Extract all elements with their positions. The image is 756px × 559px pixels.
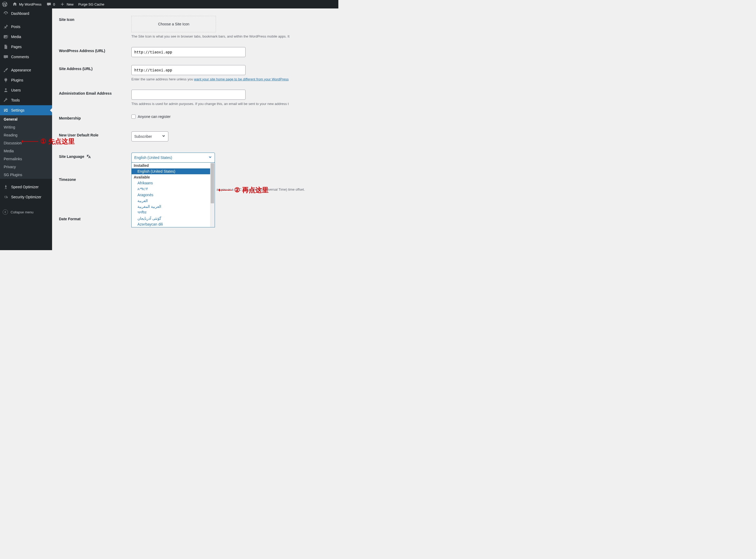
settings-general-form: Site Icon Choose a Site Icon The Site Ic… (52, 8, 338, 250)
dropdown-scrollbar-thumb[interactable] (211, 163, 214, 203)
menu-plugins[interactable]: Plugins (0, 75, 52, 85)
new-label: New (67, 2, 73, 6)
lang-group-available: Available (132, 174, 215, 180)
membership-label: Membership (59, 114, 131, 120)
date-format-label: Date Format (59, 215, 131, 221)
annotation-2: ② 再点这里 (220, 186, 269, 194)
dropdown-scrollbar-track[interactable] (210, 163, 215, 227)
menu-appearance[interactable]: Appearance (0, 65, 52, 75)
page-icon (3, 44, 8, 49)
comment-icon (3, 54, 8, 60)
site-icon-description: The Site Icon is what you see in browser… (131, 34, 331, 39)
menu-security-optimizer[interactable]: Security Optimizer (0, 192, 52, 202)
anyone-can-register-checkbox[interactable] (131, 114, 136, 119)
lang-option[interactable]: አማርኛ (132, 186, 215, 192)
admin-email-label: Administration Email Address (59, 90, 131, 95)
submenu-sg-plugins[interactable]: SG Plugins (0, 171, 52, 179)
menu-label: Speed Optimizer (11, 185, 39, 189)
lang-option[interactable]: Afrikaans (132, 180, 215, 186)
annotation-1-text: 先点这里 (48, 137, 75, 146)
menu-label: Comments (11, 55, 29, 59)
svg-point-0 (5, 88, 7, 90)
submenu-permalinks[interactable]: Permalinks (0, 155, 52, 163)
admin-email-description: This address is used for admin purposes.… (131, 101, 331, 107)
collapse-icon (3, 209, 8, 215)
anyone-can-register-label: Anyone can register (138, 114, 171, 119)
lang-option[interactable]: অসমীয়া (132, 209, 215, 216)
menu-label: Tools (11, 98, 20, 102)
comments-count: 0 (53, 2, 55, 6)
lang-group-installed: Installed (132, 163, 215, 169)
menu-posts[interactable]: Posts (0, 22, 52, 32)
menu-label: Settings (11, 108, 25, 112)
wp-url-label: WordPress Address (URL) (59, 47, 131, 53)
sliders-icon (3, 108, 8, 113)
site-name-text: My WordPress (19, 2, 42, 6)
dashboard-icon (3, 11, 8, 16)
menu-comments[interactable]: Comments (0, 52, 52, 62)
menu-pages[interactable]: Pages (0, 42, 52, 52)
plus-icon (60, 2, 65, 7)
lang-option[interactable]: Aragonés (132, 192, 215, 198)
menu-label: Plugins (11, 78, 23, 82)
menu-settings[interactable]: Settings (0, 105, 52, 115)
plug-icon (3, 77, 8, 83)
wrench-icon (3, 97, 8, 103)
annotation-1: ① 先点这里 (22, 137, 75, 146)
site-language-select[interactable]: English (United States) (131, 153, 215, 163)
admin-email-input[interactable] (131, 90, 246, 100)
chevron-down-icon (162, 133, 165, 140)
menu-users[interactable]: Users (0, 85, 52, 95)
default-role-value: Subscriber (134, 133, 152, 140)
submenu-media[interactable]: Media (0, 147, 52, 155)
site-url-help-link[interactable]: want your site home page to be different… (194, 77, 289, 81)
site-url-input[interactable] (131, 65, 246, 75)
lang-option[interactable]: العربية (132, 198, 215, 204)
media-icon (3, 34, 8, 39)
pin-icon (3, 24, 8, 29)
default-role-select[interactable]: Subscriber (131, 131, 168, 141)
submenu-general[interactable]: General (0, 115, 52, 123)
wp-url-input[interactable] (131, 47, 246, 57)
site-language-dropdown: Installed English (United States) Availa… (131, 162, 215, 227)
purge-cache-label: Purge SG Cache (78, 2, 104, 6)
menu-label: Pages (11, 45, 22, 49)
purge-cache-link[interactable]: Purge SG Cache (78, 2, 104, 6)
menu-dashboard[interactable]: Dashboard (0, 8, 52, 19)
collapse-menu-button[interactable]: Collapse menu (0, 207, 52, 217)
annotation-1-number: ① (41, 137, 46, 145)
collapse-label: Collapse menu (10, 210, 33, 214)
menu-label: Appearance (11, 68, 31, 72)
menu-speed-optimizer[interactable]: Speed Optimizer (0, 182, 52, 192)
lang-option-en-us[interactable]: English (United States) (132, 169, 215, 174)
site-url-description: Enter the same address here unless you w… (131, 77, 331, 82)
site-name-link[interactable]: My WordPress (12, 2, 42, 7)
comments-link[interactable]: 0 (46, 2, 55, 7)
menu-label: Media (11, 35, 21, 39)
settings-submenu: General Writing Reading Discussion Media… (0, 115, 52, 179)
site-language-label: Site Language (59, 153, 131, 159)
menu-tools[interactable]: Tools (0, 95, 52, 105)
wp-logo-menu[interactable] (2, 2, 7, 7)
menu-media[interactable]: Media (0, 32, 52, 42)
new-content-link[interactable]: New (60, 2, 73, 7)
site-language-value: English (United States) (134, 154, 172, 161)
brush-icon (3, 67, 8, 73)
comment-icon (46, 2, 51, 7)
gear-icon (3, 194, 8, 200)
timezone-label: Timezone (59, 176, 131, 182)
home-icon (12, 2, 18, 7)
admin-sidebar: Dashboard Posts Media Pages Comments App… (0, 8, 52, 250)
menu-label: Users (11, 88, 21, 92)
annotation-2-text: 再点这里 (242, 186, 269, 194)
lang-option[interactable]: گؤنئی آذربایجان (132, 216, 215, 221)
submenu-privacy[interactable]: Privacy (0, 163, 52, 171)
lang-option[interactable]: Azərbaycan dili (132, 221, 215, 227)
rocket-icon (3, 184, 8, 189)
lang-option[interactable]: العربية المغربية (132, 204, 215, 209)
submenu-writing[interactable]: Writing (0, 123, 52, 131)
wordpress-icon (2, 2, 7, 7)
choose-site-icon-button[interactable]: Choose a Site Icon (131, 16, 216, 32)
menu-label: Security Optimizer (11, 195, 41, 199)
admin-toolbar: My WordPress 0 New Purge SG Cache (0, 0, 338, 8)
